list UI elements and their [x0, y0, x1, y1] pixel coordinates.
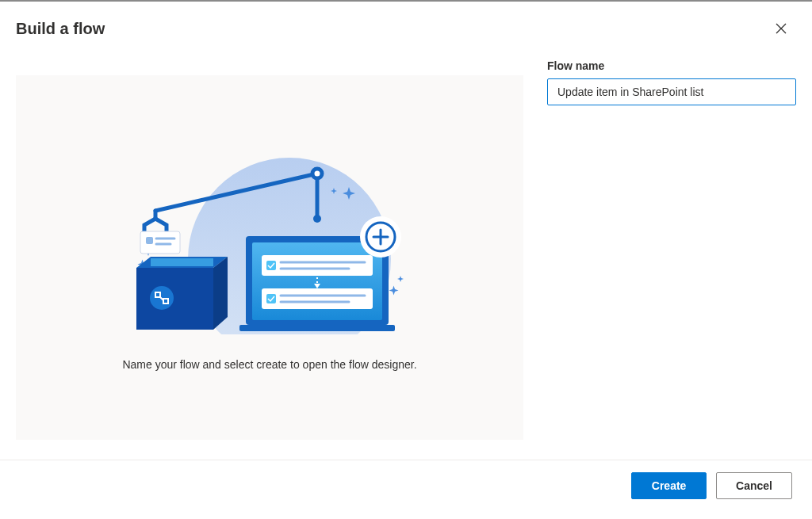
svg-rect-24 [266, 261, 276, 270]
svg-rect-23 [262, 255, 373, 276]
flow-illustration [127, 144, 412, 334]
form-panel: Flow name [547, 52, 796, 440]
svg-rect-27 [262, 288, 373, 309]
svg-rect-28 [266, 294, 276, 303]
dialog-header: Build a flow [0, 0, 812, 52]
svg-rect-9 [146, 237, 153, 244]
dialog-title: Build a flow [16, 20, 105, 38]
close-icon [775, 22, 787, 35]
flow-name-input[interactable] [547, 78, 796, 105]
cancel-button[interactable]: Cancel [716, 472, 792, 499]
svg-rect-22 [239, 325, 395, 331]
svg-rect-15 [151, 258, 213, 266]
flow-name-label: Flow name [547, 59, 796, 72]
svg-point-4 [312, 169, 322, 178]
dialog-body: Name your flow and select create to open… [0, 52, 812, 440]
close-button[interactable] [770, 17, 792, 40]
svg-rect-12 [136, 268, 213, 330]
dialog-footer: Create Cancel [0, 460, 812, 519]
svg-marker-14 [213, 257, 228, 330]
create-button[interactable]: Create [631, 472, 707, 499]
illustration-panel: Name your flow and select create to open… [16, 75, 523, 440]
instruction-text: Name your flow and select create to open… [122, 358, 416, 371]
svg-point-6 [313, 215, 321, 223]
